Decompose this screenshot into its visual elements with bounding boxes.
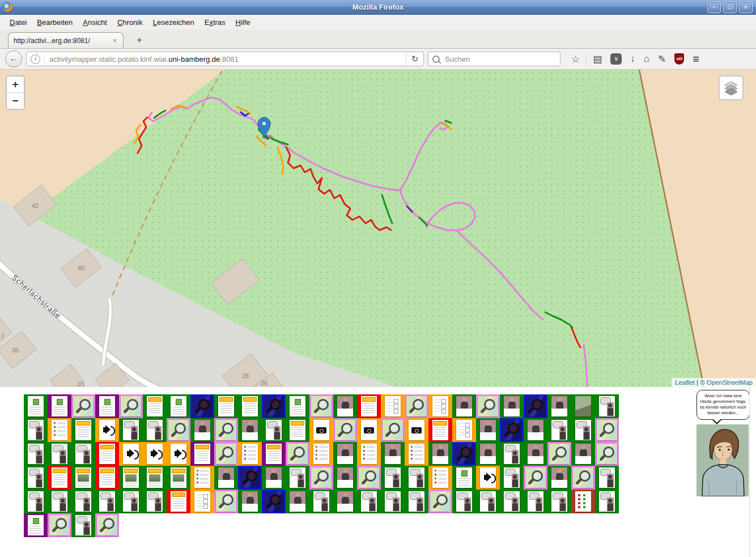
activity-tile-hearts[interactable] <box>571 490 595 513</box>
activity-tile-map[interactable] <box>95 513 119 537</box>
activity-tile-darkmap[interactable] <box>262 394 286 418</box>
activity-tile-comic[interactable] <box>119 418 143 442</box>
activity-tile-comic[interactable] <box>595 394 619 418</box>
activity-tile-comic[interactable] <box>571 418 595 442</box>
site-info-icon[interactable]: i <box>31 54 40 64</box>
activity-tile-map[interactable] <box>357 466 381 490</box>
zoom-out-button[interactable]: − <box>7 92 24 109</box>
activity-tile-portrait[interactable] <box>452 394 476 418</box>
activity-tile-doc[interactable] <box>95 394 119 418</box>
activity-tile-comic[interactable] <box>143 418 167 442</box>
activity-tile-map[interactable] <box>167 418 190 442</box>
activity-tile-doc[interactable] <box>286 394 309 418</box>
activity-tile-portrait[interactable] <box>214 466 238 490</box>
activity-tile-ydoc[interactable] <box>71 418 95 442</box>
activity-tile-darkmap[interactable] <box>262 490 286 513</box>
activity-tile-map[interactable] <box>333 418 357 442</box>
extension-edit-icon[interactable]: ✎ <box>658 53 666 65</box>
activity-tile-comic[interactable] <box>405 466 428 490</box>
zoom-in-button[interactable]: + <box>7 76 24 92</box>
activity-tile-comic[interactable] <box>547 490 571 513</box>
activity-tile-darkmap[interactable] <box>524 394 547 418</box>
menu-hilfe[interactable]: Hilfe <box>231 16 256 29</box>
activity-tile-speaker[interactable] <box>95 418 119 442</box>
activity-tile-comic[interactable] <box>595 490 619 513</box>
activity-tile-list[interactable] <box>238 442 262 466</box>
activity-tile-comic[interactable] <box>48 490 71 513</box>
pocket-icon[interactable]: ∨ <box>610 53 622 65</box>
activity-tile-doc[interactable] <box>167 394 190 418</box>
leaflet-map[interactable]: 42403517332826 Scherlachstraße + − Leafl… <box>0 70 756 387</box>
bookmark-star-icon[interactable]: ☆ <box>571 53 580 65</box>
map-canvas[interactable]: 42403517332826 Scherlachstraße <box>0 70 756 387</box>
activity-tile-map[interactable] <box>405 394 428 418</box>
menu-extras[interactable]: Extras <box>199 16 231 29</box>
activity-tile-darkmap[interactable] <box>452 442 476 466</box>
activity-tile-photodoc[interactable] <box>71 466 95 490</box>
activity-tile-portrait[interactable] <box>547 466 571 490</box>
activity-tile-portrait[interactable] <box>428 442 452 466</box>
activity-tile-camera[interactable] <box>405 418 428 442</box>
activity-tile-portrait[interactable] <box>262 466 286 490</box>
activity-tile-comic[interactable] <box>71 513 95 537</box>
activity-tile-ydoc[interactable] <box>95 466 119 490</box>
activity-tile-portrait[interactable] <box>476 418 500 442</box>
activity-tile-photodoc[interactable] <box>143 466 167 490</box>
activity-tile-portrait[interactable] <box>500 394 524 418</box>
activity-tile-portrait[interactable] <box>381 442 405 466</box>
activity-tile-portrait[interactable] <box>238 418 262 442</box>
activity-tile-ydoc[interactable] <box>428 418 452 442</box>
activity-tile-speaker[interactable] <box>167 442 190 466</box>
activity-tile-photodoc[interactable] <box>167 466 190 490</box>
leaflet-link[interactable]: Leaflet <box>675 379 695 386</box>
activity-tile-map[interactable] <box>595 418 619 442</box>
activity-tile-comic[interactable] <box>24 442 48 466</box>
activity-tile-portrait[interactable] <box>571 442 595 466</box>
activity-tile-portrait[interactable] <box>286 490 309 513</box>
activity-tile-ydoc[interactable] <box>190 442 214 466</box>
activity-tile-comic[interactable] <box>381 490 405 513</box>
activity-tile-map[interactable] <box>71 394 95 418</box>
activity-tile-speaker[interactable] <box>143 442 167 466</box>
activity-tile-ydoc[interactable] <box>286 418 309 442</box>
activity-tile-speaker[interactable] <box>476 466 500 490</box>
activity-tile-comic[interactable] <box>24 490 48 513</box>
activity-tile-comic[interactable] <box>286 466 309 490</box>
activity-tile-portrait[interactable] <box>524 418 547 442</box>
activity-tile-ydoc[interactable] <box>238 394 262 418</box>
reload-button[interactable]: ↻ <box>406 52 423 66</box>
activity-tile-ydoc[interactable] <box>143 394 167 418</box>
activity-tile-comic[interactable] <box>309 490 333 513</box>
activity-tile-comic[interactable] <box>262 418 286 442</box>
tab-active[interactable]: http://activi...erg.de:8081/ × <box>8 32 124 48</box>
activity-tile-map[interactable] <box>381 418 405 442</box>
activity-tile-map[interactable] <box>214 442 238 466</box>
activity-tile-photodoc[interactable] <box>119 466 143 490</box>
minimize-button[interactable]: − <box>707 2 721 13</box>
activity-tile-darkmap[interactable] <box>500 418 524 442</box>
activity-tile-darkmap[interactable] <box>190 394 214 418</box>
activity-tile-map[interactable] <box>571 466 595 490</box>
activity-tile-map[interactable] <box>214 490 238 513</box>
activity-tile-comic[interactable] <box>500 490 524 513</box>
activity-tile-comic[interactable] <box>71 442 95 466</box>
activity-tile-doc[interactable] <box>24 394 48 418</box>
activity-tile-darkmap[interactable] <box>238 466 262 490</box>
layers-control[interactable] <box>719 75 744 100</box>
activity-tile-map[interactable] <box>119 394 143 418</box>
activity-tile-doc[interactable] <box>24 513 48 537</box>
osm-link[interactable]: © OpenStreetMap <box>700 379 753 386</box>
activity-tile-ydoc[interactable] <box>262 442 286 466</box>
url-bar[interactable]: i activitymapper.static.potato.kinf.wiai… <box>26 52 424 66</box>
activity-tile-comic[interactable] <box>381 466 405 490</box>
activity-tile-doc[interactable] <box>48 394 71 418</box>
activity-tile-comic[interactable] <box>119 490 143 513</box>
activity-tile-form[interactable] <box>452 418 476 442</box>
activity-tile-camera[interactable] <box>357 418 381 442</box>
maximize-button[interactable]: □ <box>723 2 737 13</box>
activity-tile-map[interactable] <box>48 513 71 537</box>
search-input[interactable] <box>444 54 542 64</box>
new-tab-button[interactable]: + <box>131 35 147 46</box>
activity-tile-comic[interactable] <box>143 490 167 513</box>
menu-datei[interactable]: Datei <box>5 16 32 29</box>
